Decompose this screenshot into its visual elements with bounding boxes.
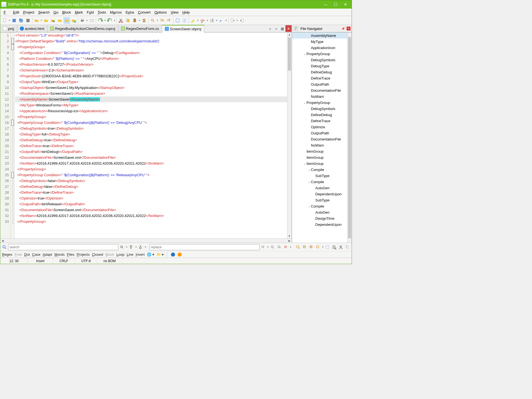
navigator-tree[interactable]: AssemblyNameMyTypeApplicationIcon⌄Proper… [292, 32, 347, 243]
tree-item[interactable]: ⌄ItemGroup [292, 160, 347, 167]
new-file-icon[interactable] [1, 17, 8, 24]
tree-item[interactable]: DefineTrace [292, 75, 347, 81]
count-icon[interactable] [308, 244, 314, 250]
menu-tools[interactable]: Tools [96, 10, 108, 15]
tab-close-icon[interactable]: ✕ [285, 25, 291, 32]
dropdown-icon[interactable]: ▾ [144, 246, 147, 248]
dropdown-icon[interactable]: ▾ [113, 19, 116, 22]
menu-extra[interactable]: Extra [124, 10, 135, 15]
menu-project[interactable]: Project [21, 10, 36, 15]
highlight-all-icon[interactable] [295, 244, 301, 250]
tree-item[interactable]: DocumentationFile [292, 136, 347, 142]
highlighter-icon[interactable] [190, 17, 196, 24]
option-closed[interactable]: Closed [92, 252, 103, 257]
close-button[interactable]: ✕ [341, 1, 351, 8]
export-icon[interactable] [229, 17, 236, 24]
tree-item[interactable]: OutputPath [292, 81, 347, 87]
tree-item[interactable]: DefineTrace [292, 118, 347, 124]
open-folder-icon[interactable] [33, 17, 40, 24]
find-icon[interactable] [149, 17, 156, 24]
expand-icon[interactable]: ⌄ [307, 180, 311, 183]
find-down-icon[interactable] [128, 244, 134, 250]
dropdown-icon[interactable]: ▾ [86, 19, 88, 22]
menu-macros[interactable]: Macros [108, 10, 124, 15]
font-icon[interactable]: F [218, 17, 225, 24]
clipboard-list-icon[interactable] [141, 17, 147, 24]
select-rect-icon[interactable] [174, 17, 181, 24]
print-icon[interactable] [79, 17, 86, 24]
fold-matches-icon[interactable] [324, 244, 331, 250]
find-in-files-icon[interactable] [302, 244, 308, 250]
status-bom[interactable]: no BOM [97, 258, 122, 264]
code-editor[interactable]: <?xml version="1.0" encoding="utf-8"?><P… [15, 32, 287, 238]
option-dot[interactable]: Dot [24, 252, 30, 257]
menu-file[interactable]: F [2, 10, 11, 15]
tree-item[interactable]: DebugSymbols [292, 57, 347, 63]
undo-icon[interactable] [97, 17, 104, 24]
search-input[interactable] [8, 244, 118, 250]
tree-item[interactable]: ⌄Compile [292, 179, 347, 185]
tab-ScreenSaver-vbproj[interactable]: ScreenSaver.vbproj [162, 25, 204, 32]
editor-hscroll[interactable]: ◀ ▶ [0, 238, 291, 243]
tree-item[interactable]: DesignTime [292, 215, 347, 221]
tree-item[interactable]: DebugSymbols [292, 106, 347, 112]
bookmark-matches-icon[interactable] [315, 244, 321, 250]
expand-icon[interactable]: ⌄ [303, 52, 306, 55]
import-icon[interactable] [239, 17, 245, 24]
status-line-ending[interactable]: CRLF [53, 258, 75, 264]
expand-icon[interactable]: ⌄ [307, 205, 311, 208]
tree-item[interactable]: Optimize [292, 124, 347, 130]
navigator-vscroll[interactable] [347, 32, 352, 243]
regex-debug-icon[interactable]: 🟠 [177, 252, 182, 257]
dropdown-icon[interactable]: ▾ [126, 246, 128, 248]
tree-item[interactable]: SubType [292, 173, 347, 179]
tree-item[interactable]: OutputPath [292, 130, 347, 136]
folder-highlight-icon[interactable] [63, 17, 70, 24]
dropdown-icon[interactable]: ▾ [135, 246, 137, 248]
cut-icon[interactable] [117, 17, 124, 24]
option-line[interactable]: Line [127, 252, 134, 257]
dropdown-icon[interactable]: ▾ [104, 19, 106, 22]
redo-icon[interactable] [106, 17, 113, 24]
maximize-button[interactable]: ☐ [331, 1, 341, 8]
dropdown-icon[interactable]: ▾ [156, 19, 158, 22]
folder-icon[interactable] [43, 17, 49, 24]
scroll-left-icon[interactable]: ◀ [0, 239, 5, 243]
find-prev-icon[interactable] [166, 17, 172, 24]
scroll-thumb[interactable] [348, 37, 351, 238]
replace-icon[interactable] [260, 244, 266, 250]
dropdown-icon[interactable]: ▾ [197, 19, 199, 22]
menu-mark[interactable]: Mark [73, 10, 85, 15]
tree-item[interactable]: NoWarn [292, 93, 347, 99]
tree-item[interactable]: NoWarn [292, 142, 347, 148]
paste-icon[interactable] [131, 17, 138, 24]
folder-open-icon[interactable] [57, 17, 63, 24]
status-encoding[interactable]: UTF-8 [75, 258, 97, 264]
dropdown-icon[interactable]: ▾ [225, 19, 227, 22]
folder-add-icon[interactable] [70, 17, 77, 24]
option-case[interactable]: Case [32, 252, 40, 257]
tree-item[interactable]: SubType [292, 197, 347, 203]
mail-icon[interactable] [88, 17, 95, 24]
tree-item[interactable]: ItemGroup [292, 148, 347, 154]
editor-vscroll[interactable]: ▲ ▼ [287, 32, 291, 238]
tab-acetext-html[interactable]: acetext.html [17, 25, 47, 32]
dropdown-icon[interactable]: ▾ [322, 246, 324, 248]
tab-RegexBuddyActionClientDemo-csproj[interactable]: RegexBuddyActionClientDemo.csproj [47, 25, 118, 32]
minimize-button[interactable]: — [321, 1, 331, 8]
tree-item[interactable]: DependentUpon [292, 221, 347, 227]
menu-help[interactable]: Help [181, 10, 191, 15]
menu-go[interactable]: Go [52, 10, 60, 15]
copy-icon[interactable] [124, 17, 131, 24]
dropdown-icon[interactable]: ▾ [290, 246, 292, 248]
dropdown-icon[interactable]: ▾ [138, 19, 140, 22]
menu-convert[interactable]: Convert [136, 10, 152, 15]
dropdown-icon[interactable]: ▾ [216, 19, 218, 22]
option-free[interactable]: Free [15, 252, 22, 257]
save-all-icon[interactable] [18, 17, 24, 24]
tree-item[interactable]: ⌄PropertyGroup [292, 51, 347, 57]
menu-edit[interactable]: Edit [11, 10, 21, 15]
replace-next-icon[interactable]: ↓ [270, 244, 276, 250]
search-folder-icon[interactable]: 📁 ▾ [157, 252, 164, 257]
tree-item[interactable]: DependentUpon [292, 191, 347, 197]
